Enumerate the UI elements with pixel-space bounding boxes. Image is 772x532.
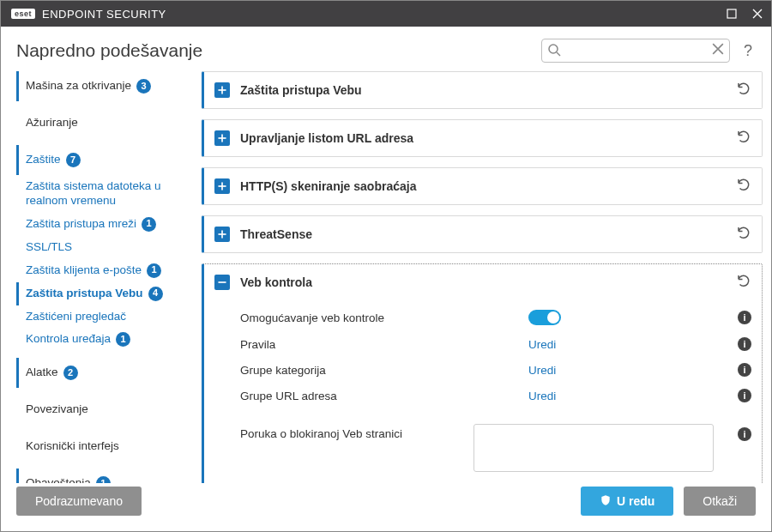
sidebar-item-6[interactable]: Zaštita klijenta e-pošte1 <box>16 259 190 282</box>
titlebar: eset ENDPOINT SECURITY <box>1 1 771 27</box>
panel-2: HTTP(S) skeniranje saobraćaja <box>202 167 763 205</box>
sidebar-item-label: Zaštita pristupa mreži <box>26 217 136 232</box>
window-close-icon[interactable] <box>751 7 764 21</box>
search-field[interactable] <box>541 39 730 63</box>
blocked-message-textarea[interactable] <box>473 424 714 472</box>
clear-icon[interactable] <box>712 43 724 58</box>
badge: 1 <box>96 476 111 483</box>
brand: eset ENDPOINT SECURITY <box>11 8 166 21</box>
badge: 1 <box>116 332 130 347</box>
info-icon[interactable]: i <box>738 337 751 351</box>
setting-row-1: PravilaUredii <box>240 331 751 357</box>
collapse-icon[interactable] <box>214 275 230 290</box>
page-title: Napredno podešavanje <box>16 40 202 61</box>
setting-row-0: Omogućavanje veb kontrolei <box>240 304 751 331</box>
sidebar-item-1[interactable]: Ažuriranje <box>16 108 190 138</box>
sidebar: Mašina za otkrivanje3AžuriranjeZaštite7Z… <box>16 71 196 483</box>
search-input[interactable] <box>541 39 730 63</box>
default-button[interactable]: Podrazumevano <box>16 487 142 516</box>
ok-button[interactable]: U redu <box>581 487 673 516</box>
toggle[interactable] <box>528 310 561 325</box>
edit-link[interactable]: Uredi <box>528 390 556 402</box>
panel-title: Veb kontrola <box>240 275 312 289</box>
svg-rect-7 <box>221 182 223 190</box>
svg-point-1 <box>549 45 558 53</box>
expand-icon[interactable] <box>214 82 230 98</box>
svg-rect-3 <box>221 86 223 94</box>
sidebar-item-label: Obaveštenja <box>26 476 91 483</box>
shield-icon <box>600 494 612 509</box>
sidebar-item-12[interactable]: Korisnički interfejs <box>16 432 190 462</box>
panel-0: Zaštita pristupa Vebu <box>202 71 763 109</box>
undo-icon[interactable] <box>736 273 751 292</box>
setting-label: Omogućavanje veb kontrole <box>240 311 384 324</box>
sidebar-item-label: Zaštite <box>26 153 61 167</box>
svg-rect-10 <box>218 281 226 283</box>
panel-3: ThreatSense <box>202 215 763 253</box>
sidebar-item-label: SSL/TLS <box>26 240 72 255</box>
sidebar-item-2[interactable]: Zaštite7 <box>16 145 190 175</box>
sidebar-item-label: Zaštićeni pregledač <box>26 310 126 324</box>
badge: 1 <box>147 263 161 278</box>
badge: 3 <box>136 79 151 94</box>
svg-rect-9 <box>221 230 223 238</box>
panel-header[interactable]: HTTP(S) skeniranje saobraćaja <box>204 168 762 204</box>
panel-header[interactable]: Upravljanje listom URL adresa <box>204 120 762 156</box>
panel-header[interactable]: Zaštita pristupa Vebu <box>204 72 762 108</box>
expand-icon[interactable] <box>214 227 230 242</box>
sidebar-item-label: Korisnički interfejs <box>26 439 119 454</box>
blocked-message-row: Poruka o blokiranoj Veb stranicii <box>240 408 751 472</box>
sidebar-item-13[interactable]: Obaveštenja1 <box>16 469 190 483</box>
sidebar-item-label: Alatke <box>26 366 58 380</box>
expand-icon[interactable] <box>214 178 230 194</box>
info-icon[interactable]: i <box>738 363 751 377</box>
setting-row-3: Grupe URL adresaUredii <box>240 383 751 408</box>
undo-icon[interactable] <box>736 177 751 196</box>
panel-title: ThreatSense <box>240 227 312 241</box>
sidebar-item-5[interactable]: SSL/TLS <box>16 236 190 259</box>
info-icon[interactable]: i <box>738 427 751 441</box>
undo-icon[interactable] <box>736 81 751 100</box>
brand-badge: eset <box>11 9 35 19</box>
svg-rect-5 <box>221 134 223 142</box>
undo-icon[interactable] <box>736 225 751 244</box>
setting-label: Grupe kategorija <box>240 364 326 377</box>
sidebar-item-label: Zaštita pristupa Vebu <box>26 287 143 301</box>
header: Napredno podešavanje ? <box>1 27 771 71</box>
footer: Podrazumevano U redu Otkaži <box>1 483 771 531</box>
panel-body: Omogućavanje veb kontroleiPravilaUrediiG… <box>204 300 762 483</box>
panel-title: HTTP(S) skeniranje saobraćaja <box>240 179 416 193</box>
undo-icon[interactable] <box>736 129 751 148</box>
panel-1: Upravljanje listom URL adresa <box>202 119 763 157</box>
setting-label: Grupe URL adresa <box>240 390 337 402</box>
sidebar-item-0[interactable]: Mašina za otkrivanje3 <box>16 71 190 101</box>
search-icon <box>547 43 561 60</box>
badge: 7 <box>66 153 81 167</box>
sidebar-item-4[interactable]: Zaštita pristupa mreži1 <box>16 213 190 236</box>
sidebar-item-11[interactable]: Povezivanje <box>16 395 190 425</box>
panel-header[interactable]: ThreatSense <box>204 216 762 252</box>
sidebar-item-9[interactable]: Kontrola uređaja1 <box>16 328 190 351</box>
panel-title: Upravljanje listom URL adresa <box>240 131 413 145</box>
sidebar-item-label: Mašina za otkrivanje <box>26 79 131 94</box>
ok-button-label: U redu <box>617 494 654 508</box>
sidebar-item-8[interactable]: Zaštićeni pregledač <box>16 305 190 329</box>
sidebar-item-label: Povezivanje <box>26 402 88 417</box>
edit-link[interactable]: Uredi <box>528 364 556 377</box>
svg-rect-0 <box>727 9 736 18</box>
panel-header[interactable]: Veb kontrola <box>204 264 762 300</box>
edit-link[interactable]: Uredi <box>528 338 556 351</box>
sidebar-item-10[interactable]: Alatke2 <box>16 358 190 388</box>
sidebar-item-label: Zaštita klijenta e-pošte <box>26 263 142 278</box>
window-maximize-icon[interactable] <box>725 7 739 21</box>
info-icon[interactable]: i <box>738 311 751 324</box>
help-button[interactable]: ? <box>740 42 756 60</box>
cancel-button[interactable]: Otkaži <box>684 487 756 516</box>
expand-icon[interactable] <box>214 130 230 146</box>
badge: 1 <box>142 217 156 232</box>
sidebar-item-label: Ažuriranje <box>26 116 78 130</box>
sidebar-item-7[interactable]: Zaštita pristupa Vebu4 <box>16 282 190 305</box>
info-icon[interactable]: i <box>738 389 751 402</box>
setting-label: Pravila <box>240 338 275 351</box>
sidebar-item-3[interactable]: Zaštita sistema datoteka u realnom vreme… <box>16 175 190 213</box>
